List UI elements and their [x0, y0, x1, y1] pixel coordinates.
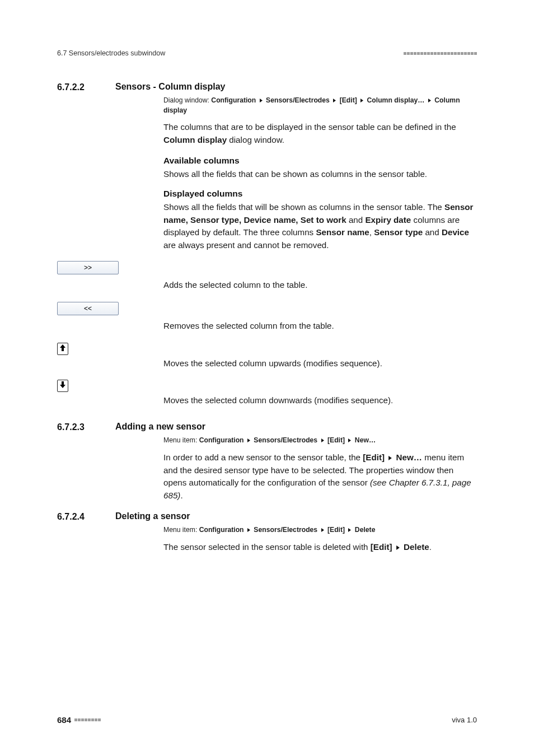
move-down-button[interactable]	[57, 380, 68, 392]
section-number: 6.7.2.4	[57, 511, 102, 522]
section-title: Sensors - Column display	[115, 82, 225, 92]
svg-marker-6	[348, 438, 351, 442]
dialog-path: Dialog window: Configuration Sensors/Ele…	[163, 96, 477, 115]
path-seg: Configuration	[211, 96, 256, 104]
svg-marker-8	[247, 528, 250, 532]
svg-marker-10	[348, 528, 351, 532]
remove-column-button[interactable]: <<	[57, 302, 119, 315]
page-number: 684	[57, 715, 71, 725]
caret-icon	[321, 528, 325, 532]
arrow-up-icon	[59, 344, 66, 354]
remove-column-button-label: <<	[84, 305, 92, 312]
path-seg: Sensors/Electrodes	[266, 96, 330, 104]
svg-marker-11	[396, 545, 400, 550]
section-title: Adding a new sensor	[115, 422, 205, 432]
available-columns-heading: Available columns	[163, 156, 477, 166]
caret-icon	[388, 456, 392, 460]
svg-marker-7	[388, 456, 392, 460]
footer-decoration	[74, 718, 101, 721]
path-seg: Delete	[355, 526, 376, 534]
section-heading-6-7-2-2: 6.7.2.2 Sensors - Column display	[57, 82, 477, 92]
caret-icon	[360, 99, 364, 102]
arrow-down-icon	[59, 381, 66, 391]
header-left: 6.7 Sensors/electrodes subwindow	[57, 49, 165, 57]
section-heading-6-7-2-3: 6.7.2.3 Adding a new sensor	[57, 422, 477, 432]
section-number: 6.7.2.2	[57, 82, 102, 92]
svg-marker-4	[247, 438, 250, 442]
running-header: 6.7 Sensors/electrodes subwindow	[57, 49, 477, 57]
footer-left: 684	[57, 715, 101, 725]
available-columns-block: Available columns Shows all the fields t…	[163, 156, 477, 181]
caret-icon	[247, 438, 251, 442]
header-decoration	[404, 52, 477, 55]
svg-marker-0	[260, 99, 263, 102]
section-number: 6.7.2.3	[57, 422, 102, 432]
caret-icon	[428, 99, 432, 102]
add-sensor-paragraph: In order to add a new sensor to the sens…	[163, 451, 477, 502]
intro-paragraph: The columns that are to be displayed in …	[163, 121, 477, 147]
displayed-columns-text: Shows all the fields that will be shown …	[163, 201, 477, 252]
caret-icon	[348, 528, 352, 532]
move-up-button[interactable]	[57, 343, 68, 355]
path-seg: [Edit]	[327, 526, 345, 534]
move-down-row: Moves the selected column downwards (mod…	[57, 380, 477, 407]
path-label: Menu item:	[163, 436, 199, 444]
svg-marker-2	[360, 99, 363, 102]
path-seg: New…	[355, 436, 376, 444]
add-column-desc: Adds the selected column to the table.	[163, 261, 477, 292]
path-seg: [Edit]	[327, 436, 345, 444]
add-column-row: >> Adds the selected column to the table…	[57, 261, 477, 292]
caret-icon	[321, 438, 325, 442]
add-column-button-label: >>	[84, 264, 92, 272]
footer-right: viva 1.0	[452, 716, 477, 724]
path-label: Dialog window:	[163, 96, 211, 104]
move-up-row: Moves the selected column upwards (modif…	[57, 343, 477, 370]
path-label: Menu item:	[163, 526, 199, 534]
displayed-columns-block: Displayed columns Shows all the fields t…	[163, 189, 477, 252]
caret-icon	[247, 528, 251, 532]
svg-marker-5	[321, 438, 324, 442]
svg-marker-1	[333, 99, 336, 102]
caret-icon	[259, 99, 263, 102]
remove-column-row: << Removes the selected column from the …	[57, 302, 477, 333]
section-heading-6-7-2-4: 6.7.2.4 Deleting a sensor	[57, 511, 477, 522]
caret-icon	[396, 545, 400, 550]
path-seg: Configuration	[199, 526, 244, 534]
displayed-columns-heading: Displayed columns	[163, 189, 477, 199]
menu-path: Menu item: Configuration Sensors/Electro…	[163, 525, 477, 535]
available-columns-text: Shows all the fields that can be shown a…	[163, 168, 477, 181]
add-column-button[interactable]: >>	[57, 261, 119, 274]
svg-marker-9	[321, 528, 324, 532]
svg-marker-3	[428, 99, 431, 102]
remove-column-desc: Removes the selected column from the tab…	[163, 302, 477, 333]
move-down-desc: Moves the selected column downwards (mod…	[163, 380, 477, 407]
page-footer: 684 viva 1.0	[57, 715, 477, 725]
path-seg: Sensors/Electrodes	[254, 436, 317, 444]
path-seg: Sensors/Electrodes	[254, 526, 317, 534]
path-seg: [Edit]	[340, 96, 357, 104]
path-seg: Configuration	[199, 436, 244, 444]
menu-path: Menu item: Configuration Sensors/Electro…	[163, 436, 477, 446]
section-title: Deleting a sensor	[115, 511, 190, 522]
caret-icon	[348, 438, 352, 442]
caret-icon	[332, 99, 336, 102]
delete-sensor-paragraph: The sensor selected in the sensor table …	[163, 541, 477, 554]
move-up-desc: Moves the selected column upwards (modif…	[163, 343, 477, 370]
path-seg: Column display…	[367, 96, 425, 104]
